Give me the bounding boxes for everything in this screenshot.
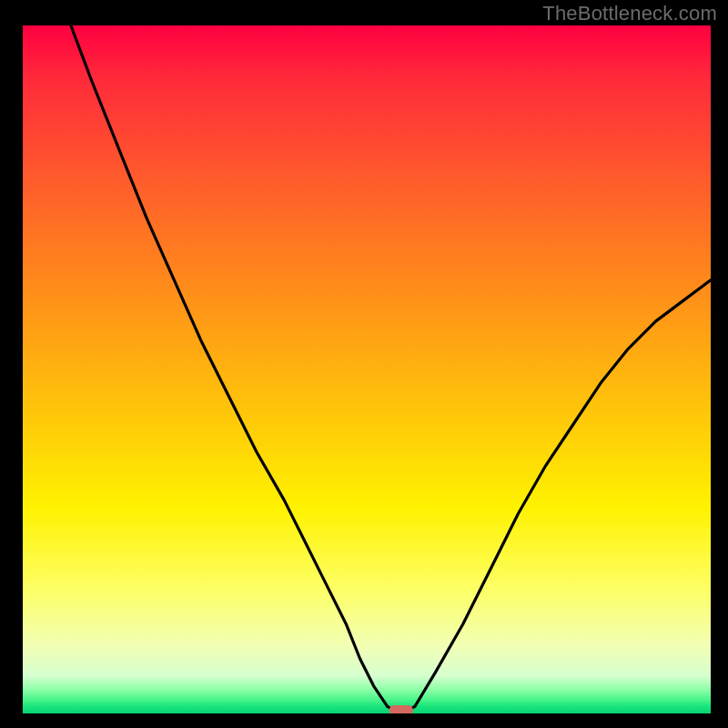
watermark-text: TheBottleneck.com xyxy=(542,2,717,25)
bottleneck-curve xyxy=(71,25,711,713)
minimum-marker xyxy=(389,705,413,713)
plot-area xyxy=(23,25,711,713)
chart-frame: TheBottleneck.com xyxy=(0,0,728,728)
chart-svg xyxy=(23,25,711,713)
